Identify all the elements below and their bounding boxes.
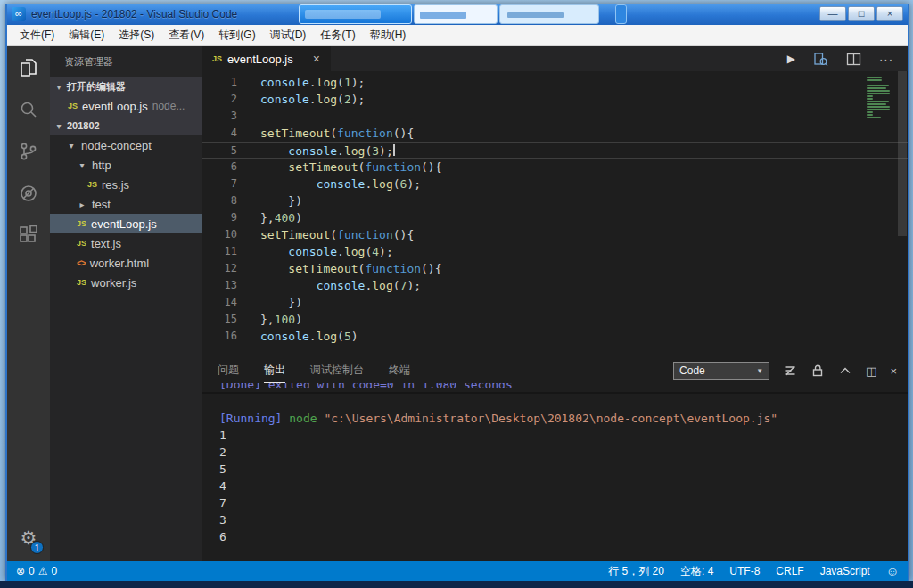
code-line-1[interactable]: 1console.log(1); xyxy=(202,74,908,91)
open-editor-label: eventLoop.js xyxy=(82,100,148,113)
tree-item-worker-html[interactable]: <>worker.html xyxy=(50,253,202,273)
code-editor[interactable]: 1console.log(1);2console.log(2);34setTim… xyxy=(202,71,908,358)
tree-item-test[interactable]: ▸test xyxy=(50,194,202,214)
status-item-2[interactable]: UTF-8 xyxy=(729,565,760,577)
panel-tab-3[interactable]: 终端 xyxy=(389,358,410,383)
panel-tab-bar: 问题输出调试控制台终端 Code ▼ xyxy=(202,358,908,383)
minimap-line xyxy=(867,106,890,108)
code-line-4[interactable]: 4setTimeout(function(){ xyxy=(202,125,908,142)
activity-extensions-button[interactable] xyxy=(7,214,50,256)
menu-item-5[interactable]: 调试(D) xyxy=(263,28,314,43)
status-item-3[interactable]: CRLF xyxy=(776,565,803,577)
code-line-15[interactable]: 15},100) xyxy=(202,311,908,328)
code-line-9[interactable]: 9},400) xyxy=(202,209,908,226)
code-line-12[interactable]: 12 setTimeout(function(){ xyxy=(202,260,908,277)
editor-scrollbar[interactable] xyxy=(897,71,908,358)
tab-eventloop-js[interactable]: JS eventLoop.js × xyxy=(202,46,331,71)
tree-item-http[interactable]: ▾http xyxy=(50,155,202,175)
code-token: console xyxy=(288,245,337,258)
run-code-button[interactable]: ▶ xyxy=(787,53,795,65)
output-line-1 xyxy=(219,393,908,410)
menu-item-6[interactable]: 任务(T) xyxy=(313,28,362,43)
menu-item-1[interactable]: 编辑(E) xyxy=(62,28,111,43)
activity-explorer-button[interactable] xyxy=(7,46,50,88)
channel-value: Code xyxy=(679,364,705,377)
tree-item-label: http xyxy=(92,159,111,172)
panel-sash[interactable] xyxy=(202,392,908,394)
tree-item-node-concept[interactable]: ▾node-concept xyxy=(50,135,202,155)
overlay-popup-window-3[interactable] xyxy=(499,4,599,24)
code-line-14[interactable]: 14 }) xyxy=(202,294,908,311)
js-file-icon: JS xyxy=(87,180,97,189)
status-item-4[interactable]: JavaScript xyxy=(820,565,870,577)
activity-source-control-button[interactable] xyxy=(7,130,50,172)
status-item-1[interactable]: 空格: 4 xyxy=(680,564,713,579)
code-text: setTimeout(function(){ xyxy=(260,260,442,277)
tree-item-res-js[interactable]: JSres.js xyxy=(50,175,202,194)
problems-status[interactable]: ⊗ 0 ⚠ 0 xyxy=(16,565,57,577)
menu-item-7[interactable]: 帮助(H) xyxy=(363,28,414,43)
status-item-0[interactable]: 行 5，列 20 xyxy=(608,564,664,579)
code-text: }) xyxy=(260,192,302,209)
close-button[interactable]: × xyxy=(876,6,903,21)
code-line-5[interactable]: 5 console.log(3); xyxy=(202,142,908,159)
code-line-13[interactable]: 13 console.log(7); xyxy=(202,277,908,294)
code-line-6[interactable]: 6 setTimeout(function(){ xyxy=(202,159,908,176)
panel-tab-0[interactable]: 问题 xyxy=(218,358,239,383)
folder-section-header[interactable]: ▾ 201802 xyxy=(50,116,202,135)
split-panel-icon[interactable]: ◫ xyxy=(866,364,876,378)
clear-output-icon[interactable] xyxy=(783,363,797,378)
panel-tab-1[interactable]: 输出 xyxy=(264,358,285,383)
maximize-button[interactable]: □ xyxy=(848,6,875,21)
settings-gear-button[interactable]: ⚙ 1 xyxy=(7,522,50,554)
code-line-7[interactable]: 7 console.log(6); xyxy=(202,176,908,192)
code-text: console.log(4); xyxy=(260,243,393,260)
code-token: ( xyxy=(330,228,337,241)
code-token: function xyxy=(337,228,393,241)
title-bar[interactable]: ∞ eventLoop.js - 201802 - Visual Studio … xyxy=(7,4,908,25)
line-number: 14 xyxy=(202,294,237,311)
scrollbar-thumb[interactable] xyxy=(898,71,907,236)
menu-item-4[interactable]: 转到(G) xyxy=(211,28,262,43)
code-line-11[interactable]: 11 console.log(4); xyxy=(202,243,908,260)
menu-item-0[interactable]: 文件(F) xyxy=(12,28,62,43)
code-line-16[interactable]: 16console.log(5) xyxy=(202,328,908,345)
tree-item-text-js[interactable]: JStext.js xyxy=(50,233,202,253)
code-token: log xyxy=(372,177,392,191)
menu-item-2[interactable]: 选择(S) xyxy=(111,28,161,43)
more-actions-button[interactable]: ··· xyxy=(879,53,893,66)
code-token: ) xyxy=(295,211,302,225)
tab-close-icon[interactable]: × xyxy=(313,52,320,66)
maximize-panel-icon[interactable] xyxy=(838,363,852,378)
code-token: ); xyxy=(351,76,366,89)
scroll-lock-icon[interactable] xyxy=(810,363,825,378)
code-line-8[interactable]: 8 }) xyxy=(202,192,908,209)
tree-item-eventloop-js[interactable]: JSeventLoop.js xyxy=(50,214,202,233)
open-preview-icon[interactable] xyxy=(813,52,828,67)
menu-item-3[interactable]: 查看(V) xyxy=(161,28,211,43)
overlay-popup-icon[interactable] xyxy=(615,4,627,24)
overlay-popup-window-2[interactable] xyxy=(414,4,498,24)
open-editors-header[interactable]: ▾ 打开的编辑器 xyxy=(50,77,202,96)
minimap-line xyxy=(867,90,890,92)
activity-search-button[interactable] xyxy=(7,88,50,130)
output-console[interactable]: [Done] exited with code=0 in 1.080 secon… xyxy=(202,383,908,561)
activity-debug-button[interactable] xyxy=(7,172,50,214)
code-line-3[interactable]: 3 xyxy=(202,108,908,125)
output-token: [Done] exited with code=0 in 1.080 secon… xyxy=(219,383,513,391)
minimap[interactable] xyxy=(867,76,893,119)
tree-item-worker-js[interactable]: JSworker.js xyxy=(50,273,202,292)
close-panel-icon[interactable]: × xyxy=(890,364,897,378)
output-channel-select[interactable]: Code ▼ xyxy=(673,362,769,380)
code-token: 1 xyxy=(344,76,351,89)
code-token: ( xyxy=(337,330,344,343)
minimize-button[interactable]: — xyxy=(819,6,846,21)
split-editor-icon[interactable] xyxy=(846,52,861,67)
overlay-popup-window-1[interactable] xyxy=(299,4,412,24)
panel-tab-2[interactable]: 调试控制台 xyxy=(310,358,364,383)
code-line-2[interactable]: 2console.log(2); xyxy=(202,91,908,108)
code-line-10[interactable]: 10setTimeout(function(){ xyxy=(202,226,908,243)
open-editor-item[interactable]: JSeventLoop.jsnode... xyxy=(50,96,202,116)
code-token: log xyxy=(317,76,337,89)
feedback-smiley-icon[interactable]: ☺ xyxy=(886,564,899,578)
